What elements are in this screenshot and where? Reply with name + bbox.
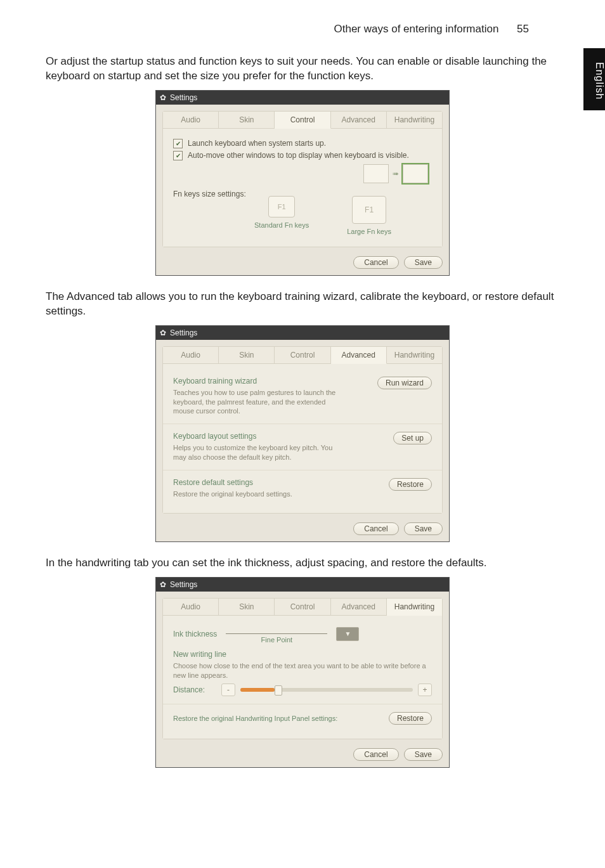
gear-icon: ✿	[160, 91, 166, 105]
layout-option-2-icon[interactable]	[403, 164, 428, 183]
ink-thickness-label: Ink thickness	[173, 630, 217, 638]
restore-button[interactable]: Restore	[389, 478, 432, 491]
tab-handwriting[interactable]: Handwriting	[387, 112, 442, 128]
paragraph-advanced-intro: The Advanced tab allows you to run the k…	[46, 290, 559, 319]
tab-advanced[interactable]: Advanced	[331, 599, 387, 615]
tab-audio[interactable]: Audio	[163, 347, 219, 363]
arrow-right-icon: ➠	[393, 169, 399, 178]
page-header: Other ways of entering information 55	[46, 23, 559, 36]
tab-control[interactable]: Control	[275, 347, 330, 363]
settings-dialog-advanced: ✿Settings Audio Skin Control Advanced Ha…	[155, 325, 450, 542]
fn-size-label: Fn keys size settings:	[173, 190, 249, 198]
tab-skin[interactable]: Skin	[219, 112, 275, 128]
dialog-title: Settings	[170, 328, 197, 337]
checkbox-automove-label: Auto-move other windows to top display w…	[188, 151, 409, 160]
fn-large-option[interactable]: F1 Large Fn keys	[347, 196, 391, 235]
checkbox-automove[interactable]: ✔	[173, 151, 183, 160]
training-wizard-desc: Teaches you how to use palm gestures to …	[173, 388, 338, 417]
save-button[interactable]: Save	[404, 256, 443, 269]
header-title: Other ways of entering information	[334, 23, 498, 35]
gear-icon: ✿	[160, 578, 166, 592]
ink-preview-line: Fine Point	[226, 633, 327, 634]
tab-control[interactable]: Control	[275, 599, 330, 615]
cancel-button[interactable]: Cancel	[353, 256, 398, 269]
slider-thumb-icon[interactable]	[275, 685, 282, 696]
tab-audio[interactable]: Audio	[163, 112, 219, 128]
save-button[interactable]: Save	[404, 522, 443, 535]
tab-skin[interactable]: Skin	[219, 347, 275, 363]
distance-decrease-button[interactable]: -	[221, 683, 235, 696]
cancel-button[interactable]: Cancel	[353, 522, 398, 535]
dialog-titlebar: ✿Settings	[156, 91, 449, 105]
layout-option-1-icon[interactable]	[363, 164, 389, 183]
tab-advanced[interactable]: Advanced	[331, 112, 387, 128]
new-writing-line-desc: Choose how close to the end of the text …	[173, 661, 432, 680]
dialog-title: Settings	[170, 580, 197, 589]
header-page-number: 55	[517, 23, 529, 35]
layout-settings-title: Keyboard layout settings	[173, 432, 338, 441]
checkbox-launch-on-start[interactable]: ✔	[173, 139, 183, 148]
tab-skin[interactable]: Skin	[219, 599, 275, 615]
distance-increase-button[interactable]: +	[418, 683, 432, 696]
tab-audio[interactable]: Audio	[163, 599, 219, 615]
paragraph-control-intro: Or adjust the startup status and functio…	[46, 55, 559, 84]
ink-caption: Fine Point	[261, 636, 293, 644]
tab-strip: Audio Skin Control Advanced Handwriting	[163, 599, 442, 616]
tab-advanced[interactable]: Advanced	[331, 347, 387, 364]
new-writing-line-title: New writing line	[173, 650, 432, 659]
language-tab: English	[583, 48, 605, 110]
fn-key-large-icon: F1	[352, 196, 386, 224]
restore-handwriting-button[interactable]: Restore	[389, 712, 432, 725]
gear-icon: ✿	[160, 326, 166, 340]
fn-key-standard-icon: F1	[268, 196, 295, 217]
settings-dialog-handwriting: ✿Settings Audio Skin Control Advanced Ha…	[155, 577, 450, 768]
distance-slider[interactable]	[240, 688, 413, 692]
save-button[interactable]: Save	[404, 748, 443, 761]
restore-defaults-title: Restore default settings	[173, 478, 292, 487]
tab-strip: Audio Skin Control Advanced Handwriting	[163, 112, 442, 129]
layout-settings-desc: Helps you to customize the keyboard key …	[173, 443, 338, 462]
tab-control[interactable]: Control	[275, 112, 330, 129]
setup-button[interactable]: Set up	[393, 432, 432, 444]
run-wizard-button[interactable]: Run wizard	[377, 377, 432, 389]
dialog-titlebar: ✿Settings	[156, 578, 449, 592]
fn-standard-option[interactable]: F1 Standard Fn keys	[254, 196, 309, 229]
distance-label: Distance:	[173, 685, 216, 694]
settings-dialog-control: ✿Settings Audio Skin Control Advanced Ha…	[155, 90, 450, 276]
dialog-title: Settings	[170, 93, 197, 102]
fn-large-caption: Large Fn keys	[347, 228, 391, 235]
restore-handwriting-label: Restore the original Handwriting Input P…	[173, 714, 337, 723]
tab-handwriting[interactable]: Handwriting	[387, 347, 442, 363]
display-layout-picker[interactable]: ➠	[363, 164, 432, 183]
checkbox-launch-label: Launch keyboard when system starts up.	[188, 139, 326, 148]
cancel-button[interactable]: Cancel	[353, 748, 398, 761]
restore-defaults-desc: Restore the original keyboard settings.	[173, 489, 292, 499]
dialog-titlebar: ✿Settings	[156, 326, 449, 340]
fn-standard-caption: Standard Fn keys	[254, 221, 309, 229]
paragraph-handwriting-intro: In the handwriting tab you can set the i…	[46, 556, 559, 571]
training-wizard-title: Keyboard training wizard	[173, 377, 338, 385]
ink-thickness-dropdown[interactable]: ▼	[336, 627, 359, 641]
tab-strip: Audio Skin Control Advanced Handwriting	[163, 347, 442, 364]
tab-handwriting[interactable]: Handwriting	[387, 599, 442, 616]
